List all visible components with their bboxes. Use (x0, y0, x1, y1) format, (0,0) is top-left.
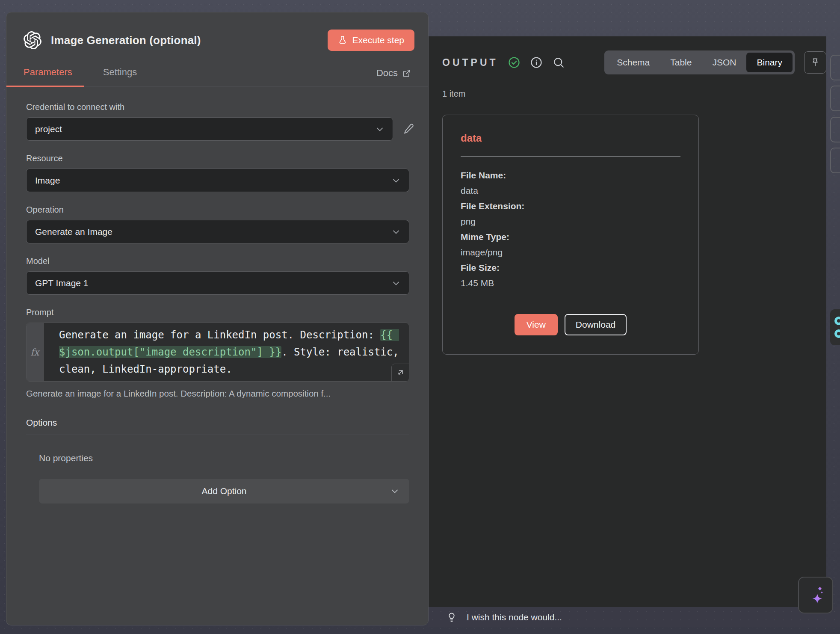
file-extension-label: File Extension: (461, 198, 680, 214)
clipped-side-button[interactable] (830, 117, 840, 142)
file-extension-value: png (461, 214, 680, 229)
lightbulb-icon (446, 612, 457, 623)
chevron-down-icon (391, 278, 401, 288)
options-divider (26, 435, 409, 435)
view-tab-table[interactable]: Table (660, 53, 702, 72)
prompt-label: Prompt (26, 308, 409, 317)
pin-data-button[interactable] (804, 51, 826, 74)
no-properties-text: No properties (39, 453, 409, 463)
pushpin-icon (810, 57, 821, 68)
tab-settings[interactable]: Settings (103, 67, 137, 86)
active-tab-underline (6, 86, 84, 87)
search-icon[interactable] (552, 56, 565, 69)
model-label: Model (26, 256, 409, 266)
download-file-button[interactable]: Download (565, 314, 627, 335)
openai-logo-icon (24, 31, 41, 49)
feedback-prompt-text: I wish this node would... (467, 612, 562, 622)
edit-credential-pencil-icon[interactable] (402, 123, 415, 136)
expression-fx-badge: fx (27, 323, 44, 381)
file-size-label: File Size: (461, 260, 680, 276)
ai-assistant-button[interactable] (798, 577, 833, 613)
credential-label: Credential to connect with (26, 102, 409, 112)
mime-type-label: Mime Type: (461, 229, 680, 245)
view-tab-binary[interactable]: Binary (746, 53, 793, 72)
execute-step-button[interactable]: Execute step (328, 30, 414, 51)
parameter-tabbar: Parameters Settings Docs (6, 64, 428, 87)
output-items-count: 1 item (442, 89, 826, 99)
file-name-value: data (461, 183, 680, 198)
resource-label: Resource (26, 154, 409, 163)
clipped-canvas-node[interactable] (830, 309, 840, 345)
resource-select[interactable]: Image (26, 169, 409, 192)
file-size-value: 1.45 MB (461, 276, 680, 291)
chevron-down-icon (390, 486, 400, 496)
card-divider (461, 156, 680, 157)
view-file-button[interactable]: View (515, 314, 558, 335)
prompt-code-text[interactable]: Generate an image for a LinkedIn post. D… (59, 326, 406, 378)
output-title: OUTPUT (442, 57, 498, 68)
chevron-down-icon (391, 175, 401, 186)
prompt-expression-editor[interactable]: fx Generate an image for a LinkedIn post… (26, 323, 409, 382)
prompt-evaluated-preview: Generate an image for a LinkedIn post. D… (26, 388, 409, 399)
output-view-switcher: Schema Table JSON Binary (604, 50, 795, 74)
chevron-down-icon (391, 227, 401, 237)
view-tab-json[interactable]: JSON (702, 53, 746, 72)
run-success-check-icon (508, 56, 521, 69)
expand-icon (396, 368, 405, 377)
model-select[interactable]: GPT Image 1 (26, 271, 409, 295)
expand-editor-button[interactable] (391, 364, 409, 382)
node-header: Image Generation (optional) Execute step (6, 12, 428, 51)
binary-data-card: data File Name: data File Extension: png… (442, 115, 699, 355)
options-heading: Options (26, 418, 409, 428)
binary-key-title: data (461, 132, 680, 144)
node-feedback-bar[interactable]: I wish this node would... (428, 607, 840, 627)
output-panel: OUTPUT Schema Table JSON Binary 1 item d… (428, 36, 826, 607)
credential-select[interactable]: project (26, 117, 393, 141)
chevron-down-icon (375, 124, 385, 134)
file-name-label: File Name: (461, 168, 680, 183)
clipped-code-glyph-icon (834, 317, 840, 325)
clipped-side-button[interactable] (830, 55, 840, 80)
clipped-side-button[interactable] (830, 86, 840, 111)
node-title: Image Generation (optional) (51, 34, 201, 47)
operation-label: Operation (26, 205, 409, 215)
tab-parameters[interactable]: Parameters (24, 67, 72, 86)
flask-icon (338, 36, 347, 45)
mime-type-value: image/png (461, 245, 680, 260)
clipped-side-button[interactable] (830, 148, 840, 173)
sparkles-icon (806, 585, 825, 605)
docs-link[interactable]: Docs (376, 68, 411, 86)
clipped-code-glyph-icon (834, 329, 840, 338)
parameters-form: Credential to connect with project Resou… (6, 87, 428, 625)
external-link-icon (402, 69, 411, 78)
info-icon[interactable] (530, 56, 543, 69)
add-option-button[interactable]: Add Option (39, 479, 409, 504)
node-details-panel: Image Generation (optional) Execute step… (6, 12, 429, 625)
view-tab-schema[interactable]: Schema (606, 53, 660, 72)
operation-select[interactable]: Generate an Image (26, 220, 409, 243)
output-header: OUTPUT Schema Table JSON Binary (442, 50, 826, 74)
